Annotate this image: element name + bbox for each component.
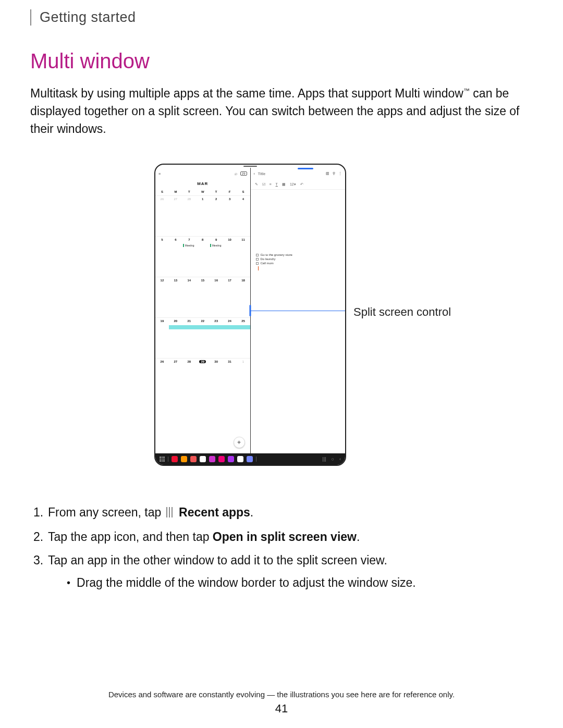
text-cursor <box>258 266 259 270</box>
dock-app-icon <box>200 456 206 462</box>
calendar-cell: 27 <box>169 358 182 399</box>
calendar-cell: 21 <box>182 317 196 358</box>
day-header: T <box>210 188 223 195</box>
attach-icon: ⚲ <box>333 171 335 176</box>
checklist-item: Call mom <box>256 262 340 265</box>
calendar-cell: 1 <box>196 195 210 236</box>
calendar-cell: 23 <box>210 317 223 358</box>
calendar-cell: 28 <box>182 195 196 236</box>
calendar-cell: 7Meeting <box>182 236 196 277</box>
calendar-pane: ≡ ⌕ 29 MAR SMTWTFS2627281234567Meeting89… <box>155 168 251 453</box>
dock-app-icon <box>247 456 253 462</box>
trademark-symbol: ™ <box>463 87 470 94</box>
step-1-text-post: . <box>250 505 253 519</box>
pen-icon: ✎ <box>255 182 258 187</box>
calendar-toolbar: ≡ ⌕ 29 <box>155 168 250 179</box>
figure: ≡ ⌕ 29 MAR SMTWTFS2627281234567Meeting89… <box>30 164 533 476</box>
calendar-cell: 10 <box>223 236 237 277</box>
calendar-cell: 20 <box>169 317 182 358</box>
day-header: S <box>237 188 250 195</box>
intro-paragraph: Multitask by using multiple apps at the … <box>30 84 533 138</box>
page-number: 41 <box>0 702 563 715</box>
step-3-sublist: Drag the middle of the window border to … <box>48 573 533 593</box>
step-2-text-post: . <box>357 530 360 544</box>
dock-app-icon <box>237 456 243 462</box>
calendar-cell: 15 <box>196 277 210 317</box>
instruction-list: From any screen, tap Recent apps. Tap th… <box>30 502 533 593</box>
search-icon: ⌕ <box>235 171 237 176</box>
calendar-cell: 22Vacation <box>196 317 210 358</box>
step-3-text: Tap an app in the other window to add it… <box>48 553 387 567</box>
step-3-sub-1: Drag the middle of the window border to … <box>67 573 533 593</box>
grid-icon: ▦ <box>282 182 286 187</box>
dock-app-icon <box>172 456 178 462</box>
today-badge: 29 <box>240 171 247 176</box>
step-2-bold: Open in split screen view <box>213 530 357 544</box>
taskbar: |||○‹ <box>155 453 345 465</box>
calendar-cell: 6 <box>169 236 182 277</box>
calendar-cell: 17 <box>223 277 237 317</box>
calendar-cell: 16 <box>210 277 223 317</box>
month-label: MAR <box>155 179 250 188</box>
align-icon: ≡ <box>270 182 272 186</box>
calendar-cell: 11 <box>237 236 250 277</box>
calendar-grid: SMTWTFS2627281234567Meeting89Meeting1011… <box>155 188 250 399</box>
dock-separator <box>256 456 256 462</box>
note-title: Title <box>258 172 265 176</box>
calendar-cell: 5 <box>155 236 169 277</box>
day-header: S <box>155 188 169 195</box>
calendar-cell: 1 <box>237 358 250 399</box>
day-header: T <box>182 188 196 195</box>
calendar-cell: 9Meeting <box>210 236 223 277</box>
hamburger-icon: ≡ <box>158 172 161 176</box>
notes-toolbar: ‹ Title ▥ ⚲ ⋮ <box>251 168 346 179</box>
dock-app-icon <box>228 456 234 462</box>
calendar-cell: 31 <box>223 358 237 399</box>
split-screen-control <box>250 305 251 316</box>
dock-app-icon <box>181 456 187 462</box>
calendar-cell: 13 <box>169 277 182 317</box>
calendar-cell: 8 <box>196 236 210 277</box>
calendar-cell: 2 <box>210 195 223 236</box>
callout-label: Split screen control <box>353 305 451 319</box>
step-1: From any screen, tap Recent apps. <box>48 502 533 524</box>
note-body: Go to the grocery storeDo laundryCall mo… <box>251 190 346 453</box>
footnote: Devices and software are constantly evol… <box>0 690 563 699</box>
calendar-cell: 25 <box>237 317 250 358</box>
step-2-text-pre: Tap the app icon, and then tap <box>48 530 213 544</box>
reader-icon: ▥ <box>326 171 329 176</box>
dock-app-icon <box>190 456 197 462</box>
note-checklist: Go to the grocery storeDo laundryCall mo… <box>256 253 340 265</box>
tab-indicator <box>298 168 313 169</box>
calendar-cell: 14 <box>182 277 196 317</box>
section-title: Multi window <box>30 50 533 73</box>
zoom-level: 12▾ <box>290 182 296 187</box>
calendar-cell: 24 <box>223 317 237 358</box>
calendar-cell: 28 <box>182 358 196 399</box>
step-3: Tap an app in the other window to add it… <box>48 550 533 593</box>
callout-leader-line <box>250 311 346 311</box>
day-header: M <box>169 188 182 195</box>
nav-buttons: |||○‹ <box>323 456 341 462</box>
checklist-item: Go to the grocery store <box>256 253 340 256</box>
recent-apps-icon <box>166 503 174 524</box>
add-event-button: + <box>234 437 245 448</box>
check-icon: ☑ <box>262 182 265 187</box>
calendar-cell: 29 <box>196 358 210 399</box>
day-header: F <box>223 188 237 195</box>
calendar-cell: 12 <box>155 277 169 317</box>
calendar-cell: 19 <box>155 317 169 358</box>
calendar-cell: 26 <box>155 358 169 399</box>
calendar-cell: 27 <box>169 195 182 236</box>
intro-text-pre: Multitask by using multiple apps at the … <box>30 87 463 100</box>
tablet-illustration: ≡ ⌕ 29 MAR SMTWTFS2627281234567Meeting89… <box>154 164 346 466</box>
calendar-cell: 18 <box>237 277 250 317</box>
calendar-cell: 4 <box>237 195 250 236</box>
undo-icon: ↶ <box>300 182 303 187</box>
apps-grid-icon <box>160 456 165 462</box>
breadcrumb: Getting started <box>30 9 533 26</box>
calendar-cell: 26 <box>155 195 169 236</box>
notes-format-toolbar: ✎ ☑ ≡ T ▦ 12▾ ↶ <box>251 179 346 190</box>
calendar-cell: 30 <box>210 358 223 399</box>
step-1-text-pre: From any screen, tap <box>48 505 161 519</box>
